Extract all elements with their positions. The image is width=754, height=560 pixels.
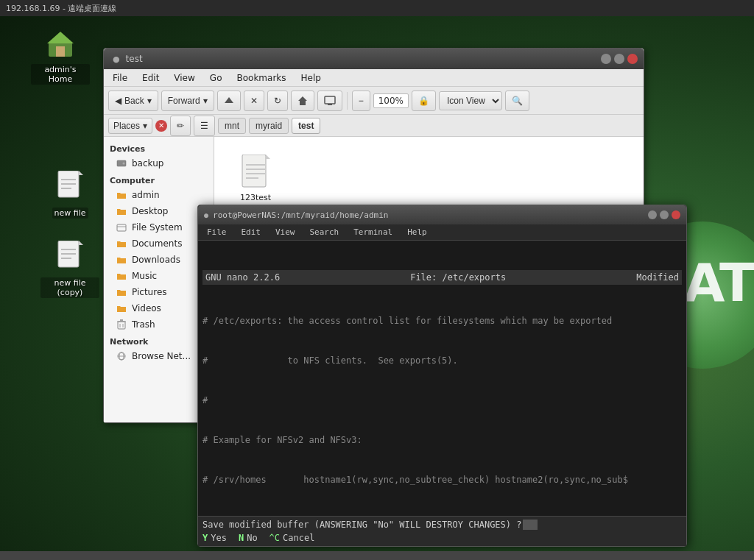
cancel-key: ^C: [269, 533, 280, 543]
cancel-option[interactable]: ^C Cancel: [269, 533, 315, 543]
svg-rect-19: [117, 224, 126, 231]
no-label: No: [247, 533, 257, 543]
save-prompt-line: Save modified buffer (ANSWERING "No" WIL…: [202, 520, 682, 530]
desktop-icon-admins-home[interactable]: admin's Home: [31, 26, 90, 85]
file-item-123test[interactable]: 123test: [226, 149, 285, 208]
svg-point-18: [123, 163, 125, 165]
term-menu-edit[interactable]: Edit: [236, 226, 267, 238]
menu-view[interactable]: View: [168, 71, 200, 85]
term-window-controls: [648, 210, 680, 219]
computer-button[interactable]: [317, 91, 342, 111]
bookmarks-button[interactable]: ☰: [194, 116, 215, 136]
zoom-lock-button[interactable]: 🔒: [412, 91, 436, 111]
desktop: 192.168.1.69 - 遠端桌面連線 MAT admin's Home n…: [0, 0, 754, 560]
folder-icon-documents: [116, 238, 127, 249]
menu-help[interactable]: Help: [295, 71, 327, 85]
term-menu-terminal[interactable]: Terminal: [348, 226, 398, 238]
back-button[interactable]: ◀ Back ▾: [108, 91, 158, 111]
menu-edit[interactable]: Edit: [136, 71, 165, 85]
desktop-icon-new-file-label: new file: [52, 208, 88, 219]
yes-option[interactable]: Y Yes: [202, 533, 227, 543]
zoom-display: 100%: [373, 93, 409, 108]
yn-options: Y Yes N No ^C Cancel: [202, 533, 682, 543]
file-manager-title: test: [126, 54, 143, 64]
stop-button[interactable]: ✕: [244, 91, 264, 111]
view-select[interactable]: Icon View: [439, 91, 502, 110]
forward-dropdown-icon: ▾: [203, 96, 208, 106]
places-button[interactable]: Places ▾: [108, 118, 152, 134]
file-item-123test-label: 123test: [240, 193, 271, 202]
svg-marker-1: [47, 32, 74, 43]
terminal-window: ● root@PowerNAS:/mnt/myraid/home/admin F…: [197, 205, 687, 547]
places-arrow-icon: ▾: [143, 121, 147, 131]
breadcrumb-mnt[interactable]: mnt: [218, 118, 246, 134]
no-option[interactable]: N No: [239, 533, 258, 543]
close-location-button[interactable]: ✕: [155, 120, 167, 132]
desktop-icon-new-file-copy-label: new file (copy): [40, 277, 99, 298]
yes-key: Y: [202, 533, 208, 543]
bottom-scrollbar[interactable]: [0, 551, 754, 560]
location-bar: Places ▾ ✕ ✏ ☰ mnt myraid test: [104, 115, 644, 137]
folder-icon-desktop: [116, 205, 127, 217]
file-manager-titlebar: ● test: [104, 49, 644, 69]
search-button[interactable]: 🔍: [505, 91, 529, 111]
edit-location-button[interactable]: ✏: [170, 116, 191, 136]
menu-go[interactable]: Go: [204, 71, 228, 85]
term-maximize-button[interactable]: [660, 210, 669, 219]
term-menu-help[interactable]: Help: [401, 226, 433, 238]
zoom-out-button[interactable]: −: [352, 91, 370, 111]
sidebar-item-admin[interactable]: admin: [104, 187, 214, 203]
term-menu-view[interactable]: View: [269, 226, 301, 238]
home-icon: [43, 26, 78, 61]
term-close-button[interactable]: [672, 210, 680, 219]
terminal-content[interactable]: GNU nano 2.2.6 File: /etc/exports Modifi…: [198, 241, 686, 516]
folder-icon-pictures: [116, 286, 127, 298]
terminal-title: root@PowerNAS:/mnt/myraid/home/admin: [213, 210, 388, 220]
refresh-button[interactable]: ↻: [267, 91, 288, 111]
menu-file[interactable]: File: [107, 71, 133, 85]
save-prompt-input[interactable]: [523, 520, 538, 530]
term-menu-search[interactable]: Search: [304, 226, 345, 238]
minimize-button[interactable]: [601, 54, 611, 64]
breadcrumb-myraid[interactable]: myraid: [249, 118, 289, 134]
nano-version: GNU nano 2.2.6: [205, 271, 280, 284]
maximize-button[interactable]: [614, 54, 624, 64]
svg-marker-30: [266, 155, 270, 159]
term-line-4: # Example for NFSv2 and NFSv3:: [202, 433, 682, 447]
folder-icon-downloads: [116, 254, 127, 266]
desktop-icon-new-file-copy[interactable]: new file (copy): [40, 239, 99, 298]
breadcrumb-test[interactable]: test: [292, 118, 320, 134]
home-button[interactable]: [291, 91, 314, 111]
nano-header: GNU nano 2.2.6 File: /etc/exports Modifi…: [202, 270, 682, 285]
doc-icon-2: [52, 239, 88, 274]
svg-marker-13: [225, 97, 233, 103]
close-button[interactable]: [627, 54, 638, 64]
window-controls: [601, 54, 638, 64]
menu-bookmarks[interactable]: Bookmarks: [230, 71, 292, 85]
drive-icon: [116, 157, 127, 169]
up-button[interactable]: [217, 91, 241, 111]
devices-header: Devices: [104, 140, 214, 155]
desktop-icon-new-file[interactable]: new file: [40, 169, 99, 219]
terminal-titlebar: ● root@PowerNAS:/mnt/myraid/home/admin: [198, 205, 686, 224]
svg-rect-15: [325, 96, 335, 104]
text-file-icon: [238, 155, 273, 190]
folder-icon-music: [116, 270, 127, 282]
desktop-icon-admins-home-label: admin's Home: [31, 64, 90, 85]
term-line-2: # to NFS clients. See exports(5).: [202, 354, 682, 367]
toolbar: ◀ Back ▾ Forward ▾ ✕ ↻: [104, 87, 644, 115]
term-minimize-button[interactable]: [648, 210, 657, 219]
terminal-menubar: File Edit View Search Terminal Help: [198, 224, 686, 241]
forward-button[interactable]: Forward ▾: [161, 91, 214, 111]
network-icon: [116, 350, 127, 362]
sidebar-item-backup[interactable]: backup: [104, 155, 214, 171]
no-key: N: [239, 533, 244, 543]
svg-marker-9: [79, 241, 83, 245]
svg-rect-2: [56, 46, 65, 57]
back-dropdown-icon: ▾: [147, 96, 152, 106]
toolbar-separator: [347, 92, 348, 110]
term-menu-file[interactable]: File: [201, 226, 233, 238]
file-manager-menubar: File Edit View Go Bookmarks Help: [104, 69, 644, 87]
svg-rect-29: [242, 155, 266, 187]
term-line-1: # /etc/exports: the access control list …: [202, 314, 682, 327]
